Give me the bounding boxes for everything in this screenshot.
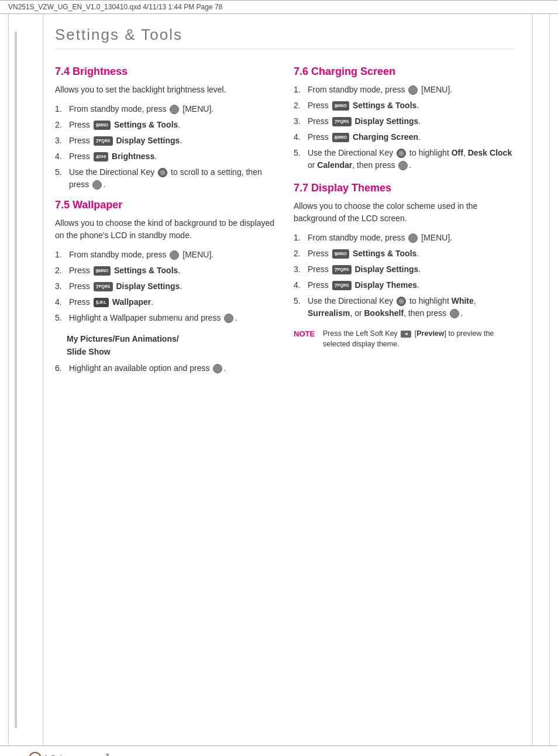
charging-step-4: 4. Press 6MNO Charging Screen. [294, 131, 515, 143]
dir-icon-3 [397, 297, 406, 306]
two-column-layout: 7.4 Brightness Allows you to set the bac… [55, 66, 515, 383]
cosmos-super: 3 [106, 753, 111, 756]
content-area: Settings & Tools 7.4 Brightness Allows y… [43, 14, 532, 745]
charging-step-1: 1. From standby mode, press [MENU]. [294, 84, 515, 96]
back-key-icon [401, 331, 411, 338]
themes-steps: 1. From standby mode, press [MENU]. 2. P… [294, 232, 515, 319]
wallpaper-step-2: 2. Press 9MNO Settings & Tools. [55, 264, 276, 277]
page-wrapper: Settings & Tools 7.4 Brightness Allows y… [0, 14, 558, 745]
footer-bar: 78 ⓘLG LG | cosmos3 [0, 745, 558, 756]
key-6-icon: 6MNO [332, 133, 349, 142]
left-column: 7.4 Brightness Allows you to set the bac… [55, 66, 276, 383]
section-wallpaper: 7.5 Wallpaper Allows you to choose the k… [55, 199, 276, 374]
brightness-step-1: 1. From standby mode, press [MENU]. [55, 103, 276, 115]
page-title: Settings & Tools [55, 26, 515, 49]
brightness-step-5: 5. Use the Directional Key to scroll to … [55, 166, 276, 191]
key-5w-icon: 5JKL [94, 298, 109, 307]
left-margin [8, 14, 43, 745]
lg-text: LG [45, 754, 56, 756]
wallpaper-steps: 1. From standby mode, press [MENU]. 2. P… [55, 249, 276, 324]
themes-step-5: 5. Use the Directional Key to highlight … [294, 295, 515, 319]
menu-icon-8 [408, 233, 418, 243]
menu-icon-5 [213, 364, 222, 373]
left-margin-bar [15, 32, 17, 728]
wallpaper-step-1: 1. From standby mode, press [MENU]. [55, 249, 276, 261]
wallpaper-sub-item: My Pictures/Fun Animations/Slide Show [55, 332, 276, 359]
themes-step-2: 2. Press 9MNO Settings & Tools. [294, 248, 515, 260]
brightness-step-2: 2. Press 9MNO Settings & Tools. [55, 119, 276, 131]
section-brightness: 7.4 Brightness Allows you to set the bac… [55, 66, 276, 191]
dir-icon [158, 168, 167, 177]
dir-icon-2 [397, 149, 406, 158]
key-9-icon-2: 9MNO [94, 266, 111, 276]
menu-icon-7 [398, 161, 408, 170]
charging-steps: 1. From standby mode, press [MENU]. 2. P… [294, 84, 515, 171]
key-7-icon-5: 7PQRS [332, 281, 352, 290]
section-charging-screen: 7.6 Charging Screen 1. From standby mode… [294, 66, 515, 171]
brightness-step-4: 4. Press 4GHI Brightness. [55, 150, 276, 163]
footer-logo: ⓘLG LG | cosmos3 [29, 752, 111, 756]
right-margin [532, 14, 550, 745]
wallpaper-intro: Allows you to choose the kind of backgro… [55, 217, 276, 242]
wallpaper-step-5: 5. Highlight a Wallpaper submenu and pre… [55, 312, 276, 324]
header-text: VN251S_VZW_UG_EN_V1.0_130410.qxd 4/11/13… [8, 3, 222, 11]
charging-step-3: 3. Press 7PQRS Display Settings. [294, 115, 515, 128]
note-label: NOTE [294, 329, 317, 349]
themes-intro: Allows you to choose the color scheme us… [294, 200, 515, 225]
key-9-icon: 9MNO [94, 121, 111, 130]
section-heading-themes: 7.7 Display Themes [294, 182, 515, 194]
cosmos-text: cosmos3 [66, 753, 110, 756]
page-number: 78 [8, 754, 18, 757]
key-4-icon: 4GHI [94, 152, 108, 161]
themes-step-1: 1. From standby mode, press [MENU]. [294, 232, 515, 244]
themes-step-3: 3. Press 7PQRS Display Settings. [294, 263, 515, 276]
note-content: Press the Left Soft Key [Preview] to pre… [323, 329, 515, 349]
brightness-intro: Allows you to set the backlight brightne… [55, 84, 276, 96]
brightness-step-3: 3. Press 7PQRS Display Settings. [55, 135, 276, 147]
key-7-icon-4: 7PQRS [332, 265, 352, 274]
wallpaper-step6-list: 6. Highlight an available option and pre… [55, 362, 276, 374]
themes-step-4: 4. Press 7PQRS Display Themes. [294, 279, 515, 291]
separator: | [60, 754, 62, 756]
note-box: NOTE Press the Left Soft Key [Preview] t… [294, 329, 515, 349]
charging-step-5: 5. Use the Directional Key to highlight … [294, 147, 515, 171]
key-9-icon-3: 9MNO [332, 101, 349, 111]
section-display-themes: 7.7 Display Themes Allows you to choose … [294, 182, 515, 319]
section-heading-brightness: 7.4 Brightness [55, 66, 276, 78]
section-heading-charging: 7.6 Charging Screen [294, 66, 515, 78]
brightness-steps: 1. From standby mode, press [MENU]. 2. P… [55, 103, 276, 191]
right-column: 7.6 Charging Screen 1. From standby mode… [294, 66, 515, 383]
lg-logo-circle: ⓘLG [29, 752, 42, 756]
menu-icon-2 [92, 180, 102, 190]
charging-step-2: 2. Press 9MNO Settings & Tools. [294, 99, 515, 112]
menu-icon-9 [450, 309, 459, 318]
key-7-icon-2: 7PQRS [94, 282, 113, 291]
menu-icon-4 [224, 314, 233, 323]
header-bar: VN251S_VZW_UG_EN_V1.0_130410.qxd 4/11/13… [0, 0, 558, 14]
menu-icon [170, 105, 179, 114]
wallpaper-step-6: 6. Highlight an available option and pre… [55, 362, 276, 374]
section-heading-wallpaper: 7.5 Wallpaper [55, 199, 276, 211]
menu-icon-3 [170, 250, 179, 260]
key-7-icon: 7PQRS [94, 136, 113, 146]
menu-icon-6 [408, 85, 418, 95]
wallpaper-step-3: 3. Press 7PQRS Display Settings. [55, 280, 276, 293]
key-9-icon-4: 9MNO [332, 249, 349, 259]
key-7-icon-3: 7PQRS [332, 117, 352, 126]
wallpaper-step-4: 4. Press 5JKL Wallpaper. [55, 296, 276, 308]
